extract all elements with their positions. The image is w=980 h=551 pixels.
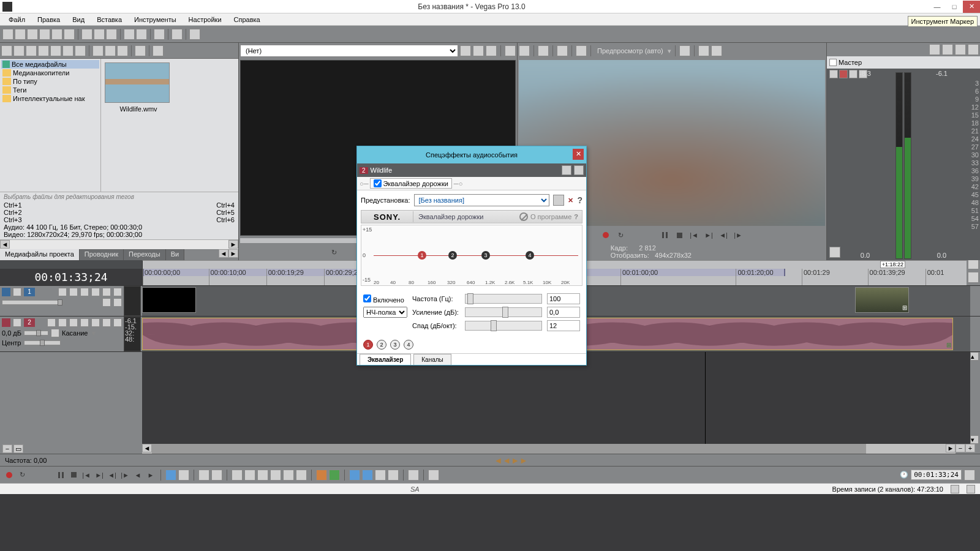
tool-zoom-icon[interactable] [211, 470, 222, 481]
help-icon[interactable] [189, 29, 200, 40]
open-icon[interactable] [15, 29, 26, 40]
remove-icon[interactable] [38, 45, 49, 56]
prev-end-icon[interactable]: ►| [703, 230, 714, 241]
tab-video[interactable]: Ви [166, 249, 184, 260]
about-link[interactable]: О программе [530, 213, 571, 220]
tree-drives[interactable]: Медианакопители [1, 69, 99, 77]
view-icon[interactable] [135, 45, 146, 56]
play-start-icon[interactable] [343, 247, 354, 258]
maximize-button[interactable]: □ [946, 1, 963, 13]
bt-play-start-icon[interactable] [29, 470, 40, 481]
prev-play-icon[interactable] [644, 230, 655, 241]
gain-slider[interactable] [465, 307, 542, 317]
prev-frm-fwd-icon[interactable]: |► [733, 230, 744, 241]
track1-slider[interactable] [2, 300, 63, 305]
band-btn-4[interactable]: 4 [404, 340, 413, 350]
menu-edit[interactable]: Правка [31, 15, 66, 24]
track-solo-icon[interactable] [113, 288, 122, 296]
dlg-tab-channels[interactable]: Каналы [413, 354, 451, 365]
master-dim-icon[interactable] [829, 247, 840, 258]
band-btn-1[interactable]: 1 [363, 340, 373, 350]
tab-project-media[interactable]: Медиафайлы проекта [0, 249, 80, 260]
eq-node-3[interactable]: 3 [481, 251, 490, 260]
band-btn-3[interactable]: 3 [390, 340, 400, 350]
prev-copy-icon[interactable] [698, 45, 709, 56]
menu-tools[interactable]: Инструменты [128, 15, 183, 24]
tl-zoom-fit[interactable]: ▭ [13, 444, 23, 453]
track2-color[interactable] [2, 318, 10, 327]
bt-frm-back-icon[interactable]: ◄ [132, 470, 143, 481]
record-icon[interactable] [600, 230, 611, 241]
tab-transitions[interactable]: Переходы [124, 249, 166, 260]
plugin-enable-checkbox[interactable] [374, 179, 382, 187]
track2-solo-icon[interactable] [102, 318, 111, 327]
tool-ripple-icon[interactable] [428, 470, 439, 481]
play-cursor[interactable] [705, 352, 706, 444]
preview-mode[interactable]: Предпросмотр (авто) [595, 47, 666, 54]
clip-video-1[interactable] [142, 287, 196, 313]
get-media-icon[interactable] [26, 45, 37, 56]
track-make-icon[interactable] [113, 298, 122, 307]
thumb-wildlife[interactable]: Wildlife.wmv [105, 62, 172, 113]
minimize-button[interactable]: — [929, 1, 946, 13]
preset-save-icon[interactable] [553, 195, 564, 206]
eq-node-2[interactable]: 2 [448, 251, 457, 260]
tool-marker1-icon[interactable] [316, 470, 327, 481]
bt-next-icon[interactable]: |► [119, 470, 130, 481]
prev-pause-icon[interactable] [659, 230, 670, 241]
vscroll-down[interactable]: ▾ [970, 435, 979, 444]
eq-graph[interactable]: +15 0 -15 1 2 3 4 2040801603206401.2K2.6… [361, 225, 582, 286]
bt-pause-icon[interactable] [55, 470, 66, 481]
tl-zoom-in[interactable]: + [965, 444, 975, 452]
track2-record-icon[interactable] [47, 318, 56, 327]
loop-icon[interactable]: ↻ [328, 247, 339, 258]
stop-icon[interactable] [105, 45, 116, 56]
menu-options[interactable]: Настройки [183, 15, 228, 24]
dialog-close-button[interactable]: ✕ [573, 149, 584, 160]
play-icon[interactable] [92, 45, 104, 56]
bt-record-icon[interactable] [4, 470, 15, 481]
prev-play-start-icon[interactable] [630, 230, 641, 241]
trimmer-clip-select[interactable]: (Нет) [240, 45, 458, 57]
track1-header[interactable]: 1 [0, 286, 142, 316]
bt-stop-icon[interactable] [68, 470, 79, 481]
track2-expand-icon[interactable] [13, 318, 21, 327]
marker-icon[interactable] [172, 29, 183, 40]
menu-insert[interactable]: Вставка [91, 15, 128, 24]
prev-overlay-icon[interactable] [679, 45, 690, 56]
auto-icon[interactable] [117, 45, 128, 56]
eq-node-4[interactable]: 4 [526, 251, 534, 260]
prev-start-icon[interactable]: |◄ [688, 230, 699, 241]
trim-fx-icon[interactable] [460, 45, 471, 56]
undo-icon[interactable] [124, 29, 135, 40]
clip-video-2[interactable]: ⊞ [855, 287, 909, 313]
bt-frm-fwd-icon[interactable]: ► [145, 470, 156, 481]
master-mute-icon[interactable] [968, 44, 979, 55]
bt-loop-icon[interactable]: ↻ [17, 470, 28, 481]
tool-envelope-icon[interactable] [178, 470, 189, 481]
tree-smart[interactable]: Интеллектуальные нак [1, 94, 99, 103]
bt-go-start-icon[interactable]: |◄ [81, 470, 92, 481]
tool-paste-icon[interactable] [257, 470, 268, 481]
track-comp-icon[interactable] [102, 298, 111, 307]
tool-split-icon[interactable] [296, 470, 307, 481]
band-btn-2[interactable]: 2 [377, 340, 386, 350]
prev-ext-icon[interactable] [538, 45, 549, 56]
trim-ext-icon[interactable] [505, 45, 516, 56]
track2-header[interactable]: 2 0,0 дБ Касание ▼ Центр [0, 317, 142, 351]
explorer-scrollbar[interactable]: ◄► [0, 239, 238, 249]
menu-view[interactable]: Вид [66, 15, 91, 24]
track-motion-icon[interactable] [69, 288, 78, 296]
master-insert-icon[interactable] [929, 44, 940, 55]
tool-trim-icon[interactable] [283, 470, 294, 481]
bt-go-end-icon[interactable]: ►| [94, 470, 105, 481]
eq-type-select[interactable]: НЧ-полка [363, 307, 407, 318]
menu-file[interactable]: Файл [2, 15, 31, 24]
prev-props-icon[interactable] [519, 45, 530, 56]
trim-del-icon[interactable] [486, 45, 497, 56]
chain-remove-icon[interactable] [574, 165, 584, 175]
prev-frm-back-icon[interactable]: ◄| [718, 230, 729, 241]
track2-input-icon[interactable] [58, 318, 67, 327]
track-fx-icon[interactable] [80, 288, 89, 296]
properties-icon[interactable] [51, 29, 62, 40]
